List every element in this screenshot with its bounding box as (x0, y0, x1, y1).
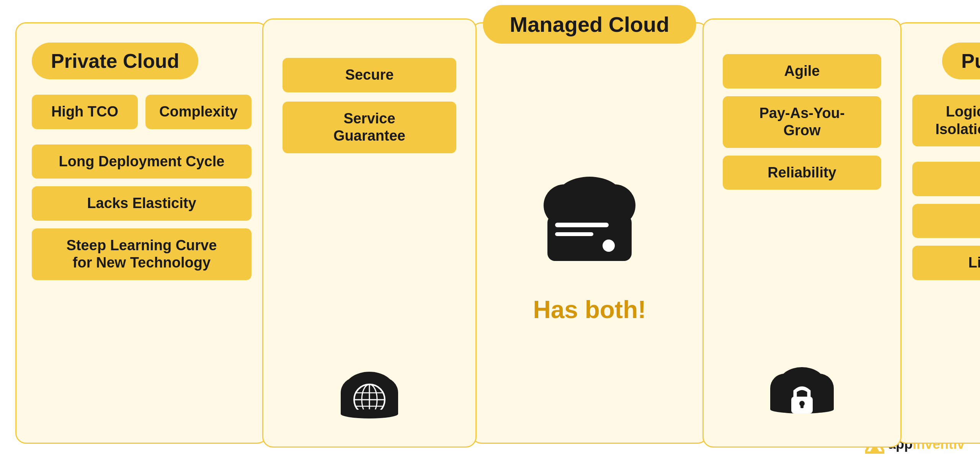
cloud-harddrive-icon (524, 158, 655, 288)
limited-service-tag: Limited Service (912, 246, 980, 280)
benefits-card: Agile Pay-As-You-Grow Reliability (702, 18, 902, 448)
private-tags-row1: High TCO Complexity (32, 95, 252, 129)
right-benefits-list: Agile Pay-As-You-Grow Reliability (723, 50, 881, 190)
public-cloud-title-wrapper: Public Cloud (912, 43, 980, 79)
private-cloud-tags: High TCO Complexity Long Deployment Cycl… (32, 95, 252, 280)
svg-rect-16 (555, 232, 593, 236)
globe-cloud-icon-container (331, 343, 408, 431)
svg-point-10 (341, 409, 398, 418)
globe-cloud-icon (331, 354, 408, 431)
svg-point-17 (603, 240, 615, 252)
managed-cloud-title: Managed Cloud (483, 5, 696, 44)
secure-tag: Secure (283, 58, 456, 92)
public-cloud-card: Public Cloud LogicIsolation No Control D… (896, 22, 980, 444)
high-tco-tag: High TCO (32, 95, 138, 129)
lock-cloud-icon-container (764, 343, 840, 431)
svg-rect-25 (800, 404, 804, 408)
managed-cloud-left-card: Secure ServiceGuarantee (262, 18, 477, 448)
data-risk-tag: Data Risk (912, 162, 980, 196)
svg-rect-14 (547, 215, 632, 261)
cloud-harddrive-icon-container: Has both! (524, 54, 655, 427)
public-tags-row1: LogicIsolation No Control (912, 95, 980, 146)
private-cloud-title: Private Cloud (32, 43, 198, 79)
complexity-tag: Complexity (145, 95, 252, 129)
logic-isolation-tag: LogicIsolation (912, 95, 980, 146)
pay-as-you-grow-tag: Pay-As-You-Grow (723, 96, 881, 148)
main-container: Private Cloud High TCO Complexity Long D… (15, 22, 965, 444)
center-managed-card: Managed Cloud Has both! (471, 22, 708, 444)
managed-benefits-list: Secure ServiceGuarantee (283, 50, 456, 153)
steep-learning-tag: Steep Learning Curvefor New Technology (32, 228, 252, 280)
lacks-elasticity-tag: Lacks Elasticity (32, 186, 252, 221)
private-cloud-title-wrapper: Private Cloud (32, 43, 252, 79)
high-cost-tag: High Cost (912, 204, 980, 238)
has-both-label: Has both! (533, 295, 646, 324)
public-cloud-tags: LogicIsolation No Control Data Risk High… (912, 95, 980, 280)
reliability-tag: Reliability (723, 156, 881, 190)
long-deployment-tag: Long Deployment Cycle (32, 144, 252, 179)
private-cloud-card: Private Cloud High TCO Complexity Long D… (15, 22, 268, 444)
service-guarantee-tag: ServiceGuarantee (283, 102, 456, 153)
public-cloud-title: Public Cloud (942, 43, 980, 79)
agile-tag: Agile (723, 54, 881, 89)
lock-cloud-icon (764, 354, 840, 431)
page-wrapper: Private Cloud High TCO Complexity Long D… (0, 0, 980, 466)
svg-rect-15 (555, 223, 609, 227)
